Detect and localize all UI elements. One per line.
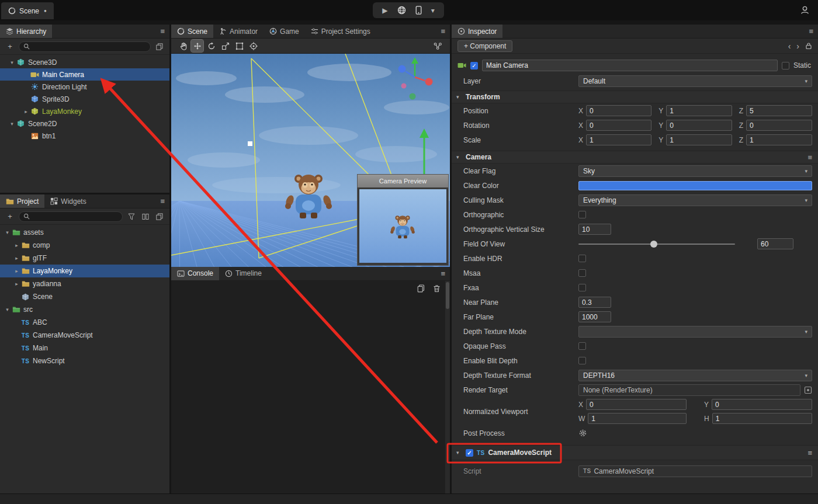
project-search-input[interactable] [32,213,118,220]
fxaa-checkbox[interactable] [578,284,586,291]
caret-down-icon[interactable]: ▾ [431,7,435,14]
orthographic-checkbox[interactable] [578,211,586,218]
project-item-gltf[interactable]: ▸glTF [0,252,169,265]
expander-right-icon[interactable]: ▸ [13,242,20,248]
rotate-tool-button[interactable] [205,40,217,52]
project-item-scene[interactable]: Scene [0,290,169,303]
clear-flag-dropdown[interactable]: Sky▾ [578,165,812,177]
vector-input[interactable] [666,120,732,131]
transform-section-header[interactable]: ▾ Transform [452,91,818,103]
add-asset-icon[interactable]: + [5,211,15,222]
object-enabled-checkbox[interactable] [470,62,478,69]
add-node-icon[interactable]: + [5,41,15,52]
near-plane-input[interactable] [578,297,611,308]
expander-right-icon[interactable]: ▸ [13,281,20,287]
post-process-settings-icon[interactable] [578,429,587,437]
clear-color-swatch[interactable] [578,181,812,190]
expander-right-icon[interactable]: ▸ [13,255,20,261]
tab-project-settings[interactable]: Project Settings [305,25,376,38]
enable-blit-depth-checkbox[interactable] [578,357,586,364]
culling-mask-dropdown[interactable]: Everything▾ [578,194,812,206]
hierarchy-item-direction-light[interactable]: Direction Light [0,81,169,93]
add-component-button[interactable]: + Component [457,40,512,52]
scene-graph-button[interactable] [432,40,444,52]
script-section-header[interactable]: ▾ TS CameraMoveScript ≡ [452,445,818,460]
copy-log-icon[interactable] [417,284,425,293]
enable-hdr-checkbox[interactable] [578,255,586,262]
device-icon[interactable] [415,6,422,15]
hierarchy-item-scene3d[interactable]: ▾Scene3D [0,56,169,68]
vector-input[interactable] [588,413,687,424]
hierarchy-menu-icon[interactable]: ≡ [160,27,165,35]
tab-hierarchy[interactable]: Hierarchy [0,25,52,38]
project-item-newscript[interactable]: TSNewScript [0,354,169,367]
far-plane-input[interactable] [578,311,611,322]
layer-dropdown[interactable]: Default ▾ [578,75,812,87]
globe-icon[interactable] [397,6,406,15]
hierarchy-item-scene2d[interactable]: ▾Scene2D [0,117,169,130]
project-item-assets[interactable]: ▾assets [0,226,169,239]
duplicate-icon[interactable] [154,41,165,52]
expander-down-icon[interactable]: ▾ [8,60,16,65]
tab-game[interactable]: Game [264,25,305,38]
vector-input[interactable] [746,120,812,131]
hierarchy-item-main-camera[interactable]: Main Camera [0,68,169,81]
hierarchy-item-sprite3d[interactable]: Sprite3D [0,93,169,105]
collapse-icon[interactable]: ▾ [456,154,462,160]
field-of-view-slider[interactable] [578,244,735,245]
expander-right-icon[interactable]: ▸ [22,109,30,114]
vector-input[interactable] [746,134,812,145]
tab-menu-icon[interactable]: ≡ [441,27,445,35]
expander-down-icon[interactable]: ▾ [4,307,11,312]
vector-input[interactable] [666,105,732,116]
vector-input[interactable] [586,120,651,131]
depth-texture-mode-dropdown[interactable]: ▾ [578,326,812,338]
tab-timeline[interactable]: Timeline [219,267,268,280]
object-name-field[interactable] [482,60,778,71]
project-item-layamonkey[interactable]: ▸LayaMonkey [0,265,169,277]
expander-down-icon[interactable]: ▾ [8,121,16,127]
lock-icon[interactable] [805,42,812,50]
expander-down-icon[interactable]: ▾ [4,230,11,235]
tab-widgets[interactable]: Widgets [44,194,92,208]
tab-menu-icon[interactable]: ≡ [160,197,165,205]
history-back-icon[interactable]: ‹ [788,42,791,50]
vector-input[interactable] [586,399,687,410]
slider-knob[interactable] [650,241,657,248]
render-target-field[interactable]: None (RenderTexture) [578,384,800,396]
vector-input[interactable] [586,105,651,116]
project-item-comp[interactable]: ▸comp [0,239,169,252]
inspector-menu-icon[interactable]: ≡ [809,27,813,35]
collapse-icon[interactable]: ▾ [456,450,462,456]
scene-document-tab[interactable]: Scene ● [1,2,54,19]
project-item-yadianna[interactable]: ▸yadianna [0,277,169,290]
hierarchy-item-btn1[interactable]: btn1 [0,130,169,142]
field-of-view-input[interactable] [757,238,793,249]
scene-viewport[interactable]: Camera Preview [171,54,450,267]
project-item-main[interactable]: TSMain [0,342,169,354]
move-tool-button[interactable] [191,40,203,52]
script-menu-icon[interactable]: ≡ [807,449,812,457]
project-item-src[interactable]: ▾src [0,303,169,316]
clear-console-icon[interactable] [433,284,441,293]
msaa-checkbox[interactable] [578,269,586,277]
tab-animator[interactable]: Animator [213,25,264,38]
vector-input[interactable] [586,134,651,145]
static-checkbox[interactable] [782,62,789,69]
pivot-toggle-button[interactable] [247,40,259,52]
tab-console[interactable]: Console [171,267,219,280]
history-forward-icon[interactable]: › [796,42,799,50]
account-icon[interactable] [800,5,810,15]
play-icon[interactable]: ▶ [382,7,387,14]
vector-input[interactable] [746,105,812,116]
opaque-pass-checkbox[interactable] [578,342,586,350]
tab-project[interactable]: Project [0,194,44,208]
duplicate-icon[interactable] [154,211,165,222]
hierarchy-item-layamonkey[interactable]: ▸LayaMonkey [0,105,169,117]
orthographic-vertical-size-input[interactable] [578,224,611,235]
pan-tool-button[interactable] [177,40,189,52]
vector-input[interactable] [666,134,732,145]
camera-section-header[interactable]: ▾ Camera ≡ [452,151,818,164]
console-scrollbar[interactable] [445,281,450,494]
expander-right-icon[interactable]: ▸ [13,268,20,274]
